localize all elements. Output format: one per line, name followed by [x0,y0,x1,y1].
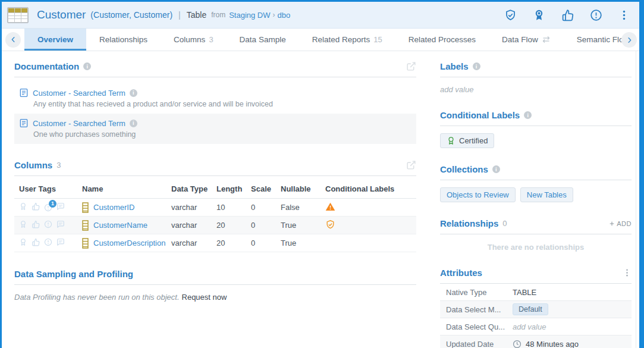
tab-label: Columns [174,35,205,44]
add-relationship-button[interactable]: ADD [609,220,632,227]
scrollbar-track[interactable] [636,51,636,348]
tab-label: Related Processes [409,35,476,44]
tab-overview[interactable]: Overview [24,29,86,51]
comment-icon[interactable] [56,220,65,230]
object-type-label: Table [187,10,206,20]
tab-label: Relationships [99,35,147,44]
column-icon [82,220,89,231]
columns-section: Columns 3 User Tags Name Data Type Lengt… [14,160,416,252]
user-tags-cell: 1 [14,202,77,212]
conditional-labels-title: Conditional Labels [440,110,520,120]
award-green-icon [447,136,455,145]
table-row: 1 CustomerID varchar 10 0 False [14,199,416,217]
profiling-section: Data Sampling and Profiling Data Profili… [14,269,416,302]
scale-cell: 0 [246,221,276,230]
object-header: Customer (Customer, Customer) | Table fr… [2,2,639,29]
labels-add-value[interactable]: add value [440,85,632,94]
info-icon[interactable]: i [130,120,137,127]
labels-section: Labels i add value [440,61,632,94]
expand-icon[interactable] [406,160,416,170]
expand-icon[interactable] [406,61,416,71]
chip-label: New Tables [527,190,567,199]
documentation-item-description: One who purchases something [33,130,411,139]
column-name-link[interactable]: CustomerID [93,203,134,212]
attribute-value: 48 Minutes ago [526,340,579,348]
thumbs-up-icon[interactable] [32,238,40,248]
breadcrumb-schema-link[interactable]: dbo [278,11,291,20]
column-header: Conditional Labels [321,184,416,193]
tab-data-sample[interactable]: Data Sample [227,29,299,51]
thumbs-up-icon[interactable] [32,202,40,212]
request-now-link[interactable]: Request now [182,293,227,302]
shield-check-icon[interactable] [325,220,335,231]
documentation-item-link[interactable]: Customer - Searched Term [33,119,125,128]
default-chip[interactable]: Default [513,303,548,315]
tab-data-flow[interactable]: Data Flow [489,29,564,51]
award-icon[interactable] [19,202,27,212]
column-header: Name [77,184,167,193]
warning-triangle-icon[interactable] [325,202,335,214]
column-header: Scale [246,184,276,193]
info-icon[interactable]: i [83,62,91,70]
profiling-message: Data Profiling has never been run on thi… [14,293,180,302]
breadcrumb-source-link[interactable]: Staging DW [229,11,270,20]
attribute-row: Data Select M... Default [440,301,632,318]
documentation-item-link[interactable]: Customer - Searched Term [33,89,125,98]
kebab-menu-icon[interactable] [618,10,630,21]
term-document-icon [19,88,29,98]
attribute-row: Native Type TABLE [440,284,632,301]
attribute-label: Updated Date [446,340,513,348]
attribute-row: Data Select Qu... add value [440,318,632,336]
thumbs-up-icon[interactable] [32,220,40,230]
column-header: User Tags [14,184,77,193]
column-name-link[interactable]: CustomerName [93,221,147,230]
attribute-add-value[interactable]: add value [513,322,546,331]
tab-related-reports[interactable]: Related Reports15 [299,29,395,51]
tab-columns[interactable]: Columns3 [161,29,227,51]
from-label: from [211,11,225,19]
alert-circle-icon[interactable]: 1 [44,203,52,212]
tab-relationships[interactable]: Relationships [86,29,161,51]
collection-chip[interactable]: New Tables [520,187,573,202]
tabs-scroll-left-button[interactable] [5,32,21,48]
info-icon[interactable]: i [524,111,532,119]
scale-cell: 0 [246,239,276,247]
user-tags-cell [14,220,77,230]
alert-circle-icon[interactable] [590,9,602,21]
tabs-scroll-right-button[interactable] [621,32,637,48]
shield-check-icon[interactable] [504,9,517,21]
attribute-value: TABLE [513,288,536,297]
column-header: Length [212,184,246,193]
alert-circle-icon[interactable] [44,220,52,230]
length-cell: 20 [212,221,246,230]
certified-chip[interactable]: Certified [440,133,494,148]
award-icon[interactable] [19,220,27,230]
info-icon[interactable]: i [473,62,480,70]
comment-icon[interactable] [56,202,65,212]
tab-related-processes[interactable]: Related Processes [395,29,489,51]
attributes-section: Attributes Native Type TABLE Data Select… [440,268,632,348]
collection-chip[interactable]: Objects to Review [440,187,516,202]
tab-bar: Overview Relationships Columns3 Data Sam… [2,29,639,51]
documentation-item: Customer - Searched Term i Any entity th… [14,83,416,114]
relationships-count: 0 [502,219,507,228]
data-type-cell: varchar [167,239,212,247]
title-separator: | [178,10,181,20]
clock-icon [513,340,522,348]
column-name-link[interactable]: CustomerDescription [93,239,165,247]
comment-icon[interactable] [56,238,65,248]
certified-award-icon[interactable] [533,9,545,21]
data-type-cell: varchar [167,203,212,212]
chip-label: Certified [459,136,488,145]
award-icon[interactable] [19,238,27,248]
documentation-title: Documentation [14,61,79,71]
column-header: Data Type [167,184,212,193]
info-icon[interactable]: i [130,89,137,97]
kebab-menu-icon[interactable] [623,268,632,277]
thumbs-up-icon[interactable] [561,9,574,21]
attribute-row: Updated Date 48 Minutes ago [440,336,632,348]
attributes-title: Attributes [440,268,482,278]
info-icon[interactable]: i [492,165,500,173]
alert-count-badge: 1 [49,200,56,208]
alert-circle-icon[interactable] [44,238,52,248]
